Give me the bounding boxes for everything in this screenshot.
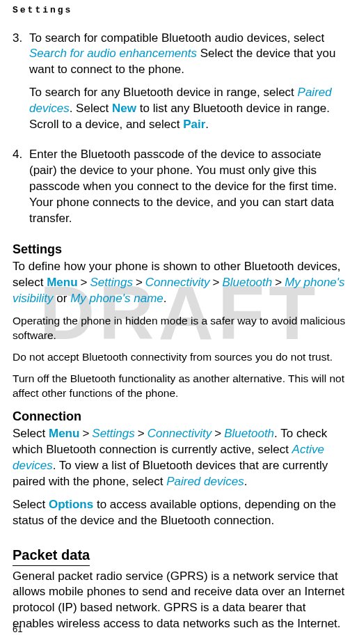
page-content: Settings 3. To search for compatible Blu… <box>13 0 346 632</box>
text: . <box>163 292 167 305</box>
link-settings[interactable]: Settings <box>92 427 134 440</box>
settings-note1: Operating the phone in hidden mode is a … <box>13 314 346 343</box>
step-4: 4. Enter the Bluetooth passcode of the d… <box>13 147 346 234</box>
link-phone-name[interactable]: My phone's name <box>70 292 163 305</box>
settings-note2: Do not accept Bluetooth connectivity fro… <box>13 350 346 365</box>
link-connectivity[interactable]: Connectivity <box>147 427 212 440</box>
link-options[interactable]: Options <box>49 498 93 511</box>
packet-para: General packet radio service (GPRS) is a… <box>13 569 346 633</box>
step-3: 3. To search for compatible Bluetooth au… <box>13 31 346 141</box>
separator: > <box>133 276 145 289</box>
text: or <box>54 292 71 305</box>
separator: > <box>135 427 147 440</box>
link-search-audio[interactable]: Search for audio enhancements <box>29 47 197 60</box>
link-settings[interactable]: Settings <box>90 276 132 289</box>
separator: > <box>212 427 224 440</box>
text: Select <box>13 427 49 440</box>
settings-note3: Turn off the Bluetooth functionality as … <box>13 372 346 401</box>
step-number: 3. <box>13 31 29 141</box>
step4-para: Enter the Bluetooth passcode of the devi… <box>29 147 346 227</box>
text: . <box>205 118 209 131</box>
heading-settings: Settings <box>13 241 346 258</box>
heading-connection: Connection <box>13 408 346 425</box>
text: Select <box>13 498 49 511</box>
heading-packet-data: Packet data <box>13 546 90 566</box>
link-bluetooth[interactable]: Bluetooth <box>224 427 274 440</box>
link-paired-devices[interactable]: Paired devices <box>166 475 244 488</box>
link-pair[interactable]: Pair <box>183 118 205 131</box>
step3-para1: To search for compatible Bluetooth audio… <box>29 31 346 79</box>
text: . <box>244 475 248 488</box>
link-menu[interactable]: Menu <box>47 276 77 289</box>
link-new[interactable]: New <box>112 102 136 115</box>
step-number: 4. <box>13 147 29 234</box>
separator: > <box>79 427 92 440</box>
text: To search for any Bluetooth device in ra… <box>29 86 298 99</box>
text: . Select <box>70 102 112 115</box>
link-connectivity[interactable]: Connectivity <box>145 276 210 289</box>
link-bluetooth[interactable]: Bluetooth <box>222 276 272 289</box>
separator: > <box>209 276 222 289</box>
settings-para1: To define how your phone is shown to oth… <box>13 259 346 307</box>
link-menu[interactable]: Menu <box>49 427 79 440</box>
separator: > <box>272 276 285 289</box>
connection-para1: Select Menu>Settings>Connectivity>Blueto… <box>13 426 346 490</box>
separator: > <box>78 276 90 289</box>
text: To search for compatible Bluetooth audio… <box>29 31 324 45</box>
connection-para2: Select Options to access available optio… <box>13 497 346 529</box>
page-header: Settings <box>13 0 346 31</box>
step3-para2: To search for any Bluetooth device in ra… <box>29 85 346 133</box>
